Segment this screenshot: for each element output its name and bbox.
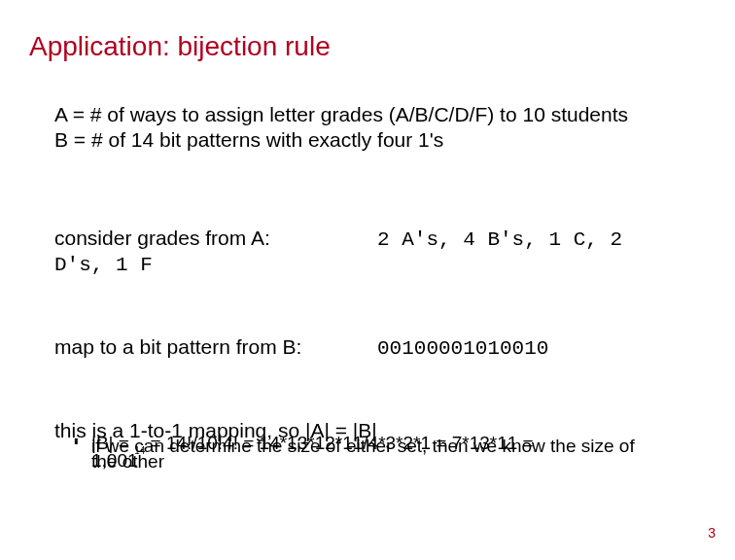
bullet-3b: the other [91, 452, 696, 471]
consider-value-line1: 2 A's, 4 B's, 1 C, 2 [377, 228, 677, 253]
consider-value-line2: D's, 1 F [54, 253, 677, 278]
map-block: map to a bit pattern from B: 00100001010… [54, 334, 677, 362]
conclusion-block: this is a 1-to-1 mapping, so |A| = |B| |… [54, 420, 696, 471]
slide: Application: bijection rule A = # of way… [0, 0, 735, 560]
definitions-block: A = # of ways to assign letter grades (A… [54, 102, 677, 154]
map-value: 00100001010010 [377, 336, 677, 362]
slide-title: Application: bijection rule [29, 31, 331, 62]
page-number: 3 [708, 525, 716, 541]
def-b: B = # of 14 bit patterns with exactly fo… [54, 127, 677, 153]
def-a: A = # of ways to assign letter grades (A… [54, 102, 677, 127]
example-block: consider grades from A: 2 A's, 4 B's, 1 … [54, 226, 677, 279]
map-label: map to a bit pattern from B: [54, 334, 377, 360]
consider-label: consider grades from A: [54, 226, 377, 251]
